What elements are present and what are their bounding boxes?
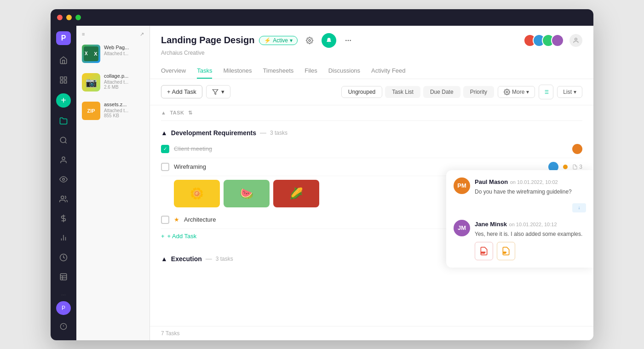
file-icon-xlsx: X X	[82, 45, 100, 63]
status-icon: ⚡	[264, 37, 271, 44]
sidebar-item-folder[interactable]	[55, 113, 72, 129]
svg-rect-3	[60, 80, 63, 83]
svg-line-5	[65, 142, 66, 143]
add-member-button[interactable]	[569, 34, 582, 47]
section-collapse-icon[interactable]: ▲	[161, 129, 167, 137]
tab-milestones[interactable]: Milestones	[223, 63, 252, 79]
sidebar-item-profile[interactable]	[55, 152, 72, 167]
table-row: ✓ Client meeting	[161, 140, 582, 158]
sidebar-item-chart[interactable]	[55, 230, 72, 246]
attachment-zip[interactable]: ZIP	[497, 242, 515, 260]
view-dropdown[interactable]: List ▾	[557, 86, 582, 98]
more-chevron-icon: ▾	[526, 89, 529, 95]
svg-point-26	[575, 38, 577, 40]
comment-time: on 10.01.2022, 10:12	[509, 222, 557, 227]
sidebar-item-search[interactable]	[55, 132, 72, 148]
file-item[interactable]: 📷 collage.p... Attached t... 2.6 MB	[80, 70, 146, 94]
file-info: Web Pag... Attached t...	[104, 45, 144, 56]
svg-point-8	[61, 196, 64, 199]
sidebar-item-team[interactable]	[55, 191, 72, 206]
svg-point-25	[346, 40, 346, 40]
filter-button[interactable]: ▾	[206, 85, 230, 98]
more-button[interactable]: More ▾	[498, 86, 535, 98]
project-subtitle: Archaius Creative	[161, 50, 582, 56]
add-task-label: + Add Task	[167, 233, 197, 240]
minimize-dot[interactable]	[66, 15, 72, 20]
info-icon[interactable]	[55, 319, 72, 334]
add-button[interactable]: +	[56, 93, 71, 108]
project-title: Landing Page Design	[161, 35, 254, 46]
comment-body: Jane Minsk on 10.01.2022, 10:12 Yes, her…	[475, 220, 582, 260]
filter-duedate[interactable]: Due Date	[423, 86, 460, 98]
file-panel: ≡ ↗ X X Web Pag... Attached t...	[76, 26, 150, 340]
tab-discussions[interactable]: Discussions	[328, 63, 360, 79]
file-name: assets.z...	[104, 102, 144, 107]
file-meta: Attached t...	[104, 80, 144, 85]
logo: P	[56, 31, 71, 46]
sidebar-item-home[interactable]	[55, 52, 72, 68]
svg-point-7	[63, 178, 65, 181]
filter-ungrouped[interactable]: Ungrouped	[341, 86, 382, 98]
file-item[interactable]: ZIP assets.z... Attached t... 855 KB	[80, 99, 146, 123]
comment-attachments: PDF ZIP	[475, 242, 582, 260]
filter-tasklist[interactable]: Task List	[385, 86, 420, 98]
comment-header: Paul Mason on 10.01.2022, 10:02	[475, 177, 572, 186]
section-title: Development Requirements	[171, 129, 256, 137]
task-checkbox[interactable]	[161, 163, 169, 171]
collapse-icon[interactable]: ▲	[161, 110, 166, 115]
tab-timesheets[interactable]: Timesheets	[263, 63, 294, 79]
list-view-icon-button[interactable]	[539, 85, 553, 99]
sidebar-item-grid[interactable]	[55, 72, 72, 88]
project-title-row: Landing Page Design ⚡ Active ▾	[161, 33, 582, 48]
task-assignee-avatar	[572, 144, 582, 154]
sidebar-collapse[interactable]: ⋯	[61, 292, 66, 298]
task-checkbox[interactable]	[161, 216, 169, 224]
filter-priority[interactable]: Priority	[463, 86, 494, 98]
tab-files[interactable]: Files	[305, 63, 317, 79]
sort-icon[interactable]: ⇅	[188, 110, 193, 116]
maximize-dot[interactable]	[75, 15, 81, 20]
project-title-left: Landing Page Design ⚡ Active ▾	[161, 33, 356, 48]
header-actions	[523, 34, 582, 47]
section-title: Execution	[171, 255, 202, 263]
sidebar-item-table[interactable]	[55, 269, 72, 285]
file-item[interactable]: X X Web Pag... Attached t...	[80, 42, 146, 66]
chevron-down-icon: ▾	[290, 37, 293, 44]
priority-icon: ★	[174, 216, 179, 223]
settings-button[interactable]	[302, 33, 317, 48]
sidebar-item-clock[interactable]	[55, 250, 72, 265]
task-checkbox-done[interactable]: ✓	[161, 145, 169, 153]
close-dot[interactable]	[57, 15, 63, 20]
sidebar-item-eye[interactable]	[55, 172, 72, 187]
status-badge[interactable]: ⚡ Active ▾	[259, 36, 298, 45]
bottom-bar: 7 Tasks	[150, 326, 593, 340]
user-avatar[interactable]: P	[56, 301, 71, 315]
svg-text:ZIP: ZIP	[503, 252, 506, 254]
more-button[interactable]	[341, 33, 356, 48]
panel-collapse[interactable]: ↗	[140, 31, 144, 37]
svg-text:PDF: PDF	[481, 252, 485, 254]
notification-bell[interactable]	[322, 33, 336, 48]
comment-time: on 10.01.2022, 10:02	[510, 179, 558, 185]
tab-overview[interactable]: Overview	[161, 63, 186, 79]
task-thumbnail-2: 🍉	[224, 180, 270, 207]
svg-point-4	[60, 137, 66, 143]
add-task-button[interactable]: + Add Task	[161, 85, 202, 98]
task-column-header: TASK	[170, 110, 184, 115]
attachment-pdf[interactable]: PDF	[475, 242, 493, 260]
svg-rect-14	[60, 274, 67, 280]
file-panel-header: ≡ ↗	[80, 31, 146, 37]
section-collapse-icon[interactable]: ▲	[161, 255, 167, 263]
file-name: Web Pag...	[104, 45, 144, 50]
tab-tasks[interactable]: Tasks	[197, 63, 212, 79]
task-thumbnail-1: 🌼	[174, 180, 220, 207]
tab-activity[interactable]: Activity Feed	[371, 63, 405, 79]
titlebar	[51, 9, 593, 26]
scroll-indicator: ↓	[454, 203, 586, 212]
svg-point-23	[348, 40, 348, 40]
comment-item: JM Jane Minsk on 10.01.2022, 10:12 Yes, …	[454, 220, 586, 260]
scroll-down-icon: ↓	[572, 203, 586, 212]
comment-avatar: PM	[454, 177, 470, 194]
view-label: List	[563, 89, 572, 95]
sidebar-item-dollar[interactable]	[55, 211, 72, 226]
